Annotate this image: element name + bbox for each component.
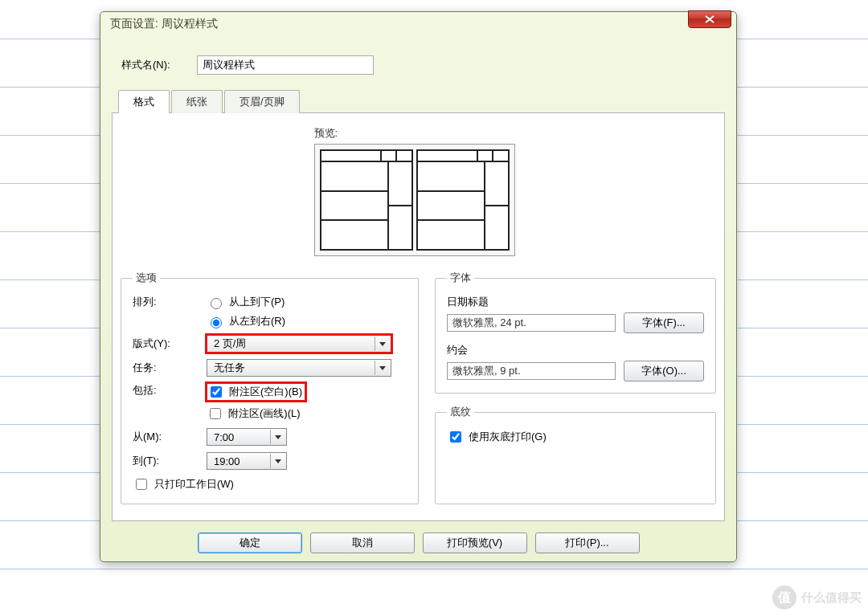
chevron-down-icon [270, 454, 285, 468]
tab-format[interactable]: 格式 [118, 90, 170, 113]
radio-top-to-bottom[interactable] [211, 298, 222, 309]
date-title-label: 日期标题 [447, 295, 704, 309]
font-legend: 字体 [447, 271, 474, 285]
radio-left-to-right[interactable] [211, 317, 222, 328]
ok-button[interactable]: 确定 [198, 532, 302, 553]
chevron-down-icon [375, 361, 389, 375]
print-button[interactable]: 打印(P)... [535, 532, 640, 553]
preview-page-2 [416, 149, 510, 251]
style-name-row: 样式名(N): [121, 55, 725, 75]
check-notes-lined-label: 附注区(画线)(L) [228, 406, 301, 421]
options-group: 选项 排列: 从上到下(P) 从左到右(R) [121, 271, 419, 504]
titlebar[interactable]: 页面设置: 周议程样式 [100, 12, 736, 36]
include-label: 包括: [133, 383, 207, 398]
from-label: 从(M): [133, 430, 207, 444]
footer-buttons: 确定 取消 打印预览(V) 打印(P)... [112, 532, 725, 553]
chevron-down-icon [270, 430, 285, 444]
to-select[interactable]: 19:00 [207, 452, 287, 470]
appointment-label: 约会 [447, 343, 704, 357]
style-name-label: 样式名(N): [121, 58, 197, 72]
close-button[interactable] [688, 10, 731, 28]
dialog-body: 样式名(N): 格式 纸张 页眉/页脚 预览: [100, 36, 736, 561]
shading-group: 底纹 使用灰底打印(G) [435, 405, 716, 504]
check-notes-lined[interactable] [210, 408, 221, 419]
watermark-text: 什么值得买 [801, 590, 862, 606]
check-workdays-only-label: 只打印工作日(W) [154, 477, 234, 492]
watermark-icon: 值 [772, 585, 796, 610]
chevron-down-icon [375, 337, 389, 351]
tasks-select[interactable]: 无任务 [207, 359, 391, 377]
watermark: 值 什么值得买 [772, 585, 862, 610]
tab-paper[interactable]: 纸张 [171, 90, 223, 113]
check-notes-blank-label: 附注区(空白)(B) [229, 385, 302, 399]
right-column: 字体 日期标题 微软雅黑, 24 pt. 字体(F)... 约会 微软雅黑, 9 [435, 271, 716, 504]
radio-top-to-bottom-label: 从上到下(P) [229, 295, 285, 309]
style-name-input[interactable] [197, 55, 374, 75]
page-setup-dialog: 页面设置: 周议程样式 样式名(N): 格式 纸张 页眉/页脚 预览: [100, 11, 737, 562]
check-notes-blank[interactable] [211, 386, 222, 398]
check-gray-print[interactable] [450, 431, 461, 443]
preview-box [314, 144, 515, 256]
date-title-value: 微软雅黑, 24 pt. [447, 314, 616, 332]
check-workdays-only[interactable] [136, 479, 147, 490]
layout-value: 2 页/周 [214, 337, 246, 351]
preview-area: 预览: [314, 126, 523, 256]
font-group: 字体 日期标题 微软雅黑, 24 pt. 字体(F)... 约会 微软雅黑, 9 [435, 271, 716, 394]
window-title: 页面设置: 周议程样式 [110, 17, 688, 31]
from-value: 7:00 [214, 431, 234, 443]
check-gray-print-label: 使用灰底打印(G) [469, 430, 547, 444]
tasks-label: 任务: [133, 361, 207, 375]
preview-label: 预览: [314, 126, 523, 141]
appointment-font-button[interactable]: 字体(O)... [624, 361, 704, 381]
to-value: 19:00 [214, 455, 240, 467]
close-icon [705, 15, 714, 23]
shading-legend: 底纹 [447, 405, 474, 419]
layout-select[interactable]: 2 页/周 [207, 335, 391, 353]
tab-header-footer[interactable]: 页眉/页脚 [224, 90, 300, 113]
arrange-label: 排列: [133, 295, 207, 309]
tab-panel-format: 预览: [112, 112, 725, 521]
tasks-value: 无任务 [214, 361, 245, 375]
cancel-button[interactable]: 取消 [310, 532, 415, 553]
date-title-font-button[interactable]: 字体(F)... [624, 312, 704, 333]
radio-left-to-right-label: 从左到右(R) [229, 314, 285, 328]
appointment-value: 微软雅黑, 9 pt. [447, 362, 616, 380]
preview-page-1 [320, 149, 413, 251]
print-preview-button[interactable]: 打印预览(V) [423, 532, 527, 553]
to-label: 到(T): [133, 454, 207, 468]
layout-label: 版式(Y): [133, 337, 207, 351]
bottom-columns: 选项 排列: 从上到下(P) 从左到右(R) [121, 271, 716, 504]
options-legend: 选项 [133, 271, 160, 285]
from-select[interactable]: 7:00 [207, 428, 287, 446]
tabs: 格式 纸张 页眉/页脚 [118, 89, 725, 112]
